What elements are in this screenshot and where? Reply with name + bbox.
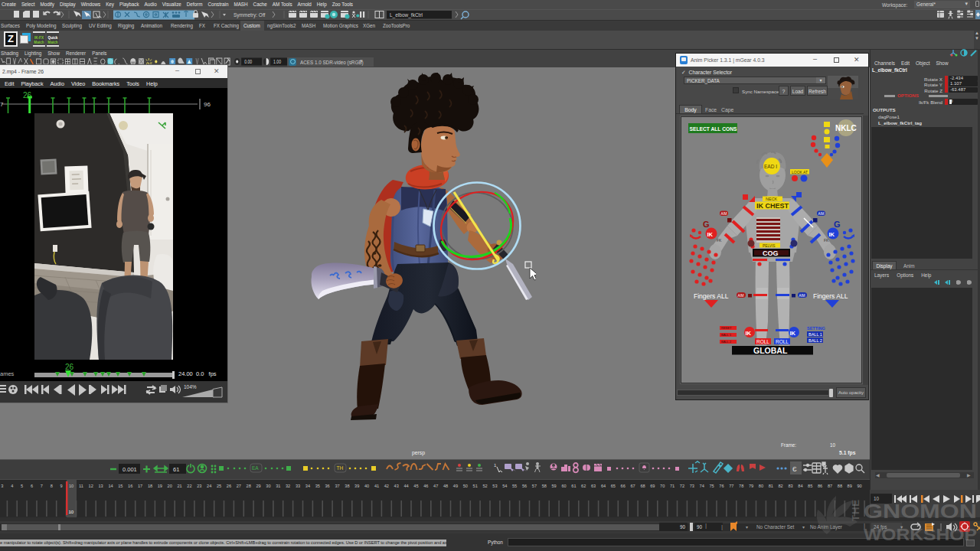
svg-text:70: 70 (660, 484, 665, 488)
svg-text:Fingers ALL: Fingers ALL (813, 292, 848, 300)
svg-text:FK: FK (824, 238, 829, 243)
svg-text:29: 29 (256, 484, 260, 488)
svg-text:AIM: AIM (799, 294, 805, 298)
svg-text:82: 82 (778, 484, 782, 488)
svg-text:89: 89 (848, 484, 852, 488)
svg-text:IK CHEST: IK CHEST (756, 202, 789, 210)
svg-text:TH: TH (337, 465, 344, 471)
svg-text:3: 3 (1, 484, 3, 488)
svg-text:65: 65 (611, 484, 616, 488)
svg-text:49: 49 (453, 484, 458, 488)
svg-text:32: 32 (286, 484, 290, 488)
svg-text:12: 12 (89, 484, 93, 488)
svg-text:BALL 2: BALL 2 (808, 338, 822, 343)
svg-text:FK: FK (717, 238, 722, 243)
svg-text:45: 45 (413, 484, 418, 488)
svg-text:14: 14 (108, 484, 113, 488)
svg-text:77: 77 (729, 484, 733, 488)
svg-text:42: 42 (384, 484, 389, 488)
svg-text:15: 15 (118, 484, 122, 488)
svg-text:0.001: 0.001 (122, 466, 137, 473)
svg-text:COG: COG (763, 249, 779, 257)
svg-text:80: 80 (759, 484, 763, 488)
svg-text:47: 47 (433, 484, 438, 488)
svg-text:59: 59 (551, 484, 556, 488)
svg-text:84: 84 (798, 484, 802, 488)
svg-text:61: 61 (173, 466, 179, 473)
svg-text:BALL 1: BALL 1 (721, 333, 732, 337)
svg-text:ROLL: ROLL (756, 339, 769, 344)
svg-text:8: 8 (51, 484, 53, 488)
svg-text:67: 67 (630, 484, 635, 488)
svg-text:16: 16 (128, 484, 132, 488)
svg-text:10: 10 (69, 484, 74, 488)
svg-text:23: 23 (197, 484, 201, 488)
svg-text:G: G (703, 220, 710, 229)
svg-text:22: 22 (187, 484, 191, 488)
svg-text:GNOMON: GNOMON (864, 500, 977, 522)
svg-text:BALL 2: BALL 2 (721, 340, 732, 344)
svg-text:36: 36 (325, 484, 329, 488)
svg-text:30: 30 (266, 484, 270, 488)
svg-text:є: є (792, 464, 797, 473)
svg-text:34: 34 (305, 484, 310, 488)
svg-text:11: 11 (79, 484, 83, 488)
svg-text:9: 9 (60, 484, 63, 488)
svg-text:90: 90 (857, 484, 861, 488)
svg-text:81: 81 (769, 484, 773, 488)
svg-text:EA: EA (252, 465, 259, 471)
svg-text:60: 60 (561, 484, 566, 488)
svg-text:31: 31 (276, 484, 280, 488)
svg-text:68: 68 (640, 484, 645, 488)
svg-text:58: 58 (542, 484, 547, 488)
svg-text:53: 53 (492, 484, 497, 488)
svg-text:NECK: NECK (766, 197, 778, 201)
svg-text:WORKSHOP: WORKSHOP (864, 525, 977, 544)
svg-text:24.00 0.0 fps: 24.00 0.0 fps (178, 370, 217, 377)
svg-text:7: 7 (0, 101, 4, 108)
svg-text:THE: THE (850, 499, 861, 521)
svg-text:104%: 104% (184, 384, 197, 390)
svg-text:86: 86 (818, 484, 822, 488)
svg-text:G: G (834, 220, 841, 229)
svg-text:88: 88 (838, 484, 842, 488)
svg-text:55: 55 (512, 484, 517, 488)
svg-text:ROLL: ROLL (776, 339, 789, 344)
svg-text:IK: IK (746, 330, 752, 337)
svg-text:EAD I: EAD I (764, 164, 777, 169)
svg-text:18: 18 (148, 484, 152, 488)
svg-text:71: 71 (670, 484, 675, 488)
svg-text:44: 44 (403, 484, 408, 488)
svg-text:26: 26 (65, 363, 74, 371)
svg-text:87: 87 (828, 484, 832, 488)
svg-text:7: 7 (41, 484, 43, 488)
svg-text:24: 24 (207, 484, 211, 488)
svg-text:13: 13 (98, 484, 103, 488)
svg-text:AIM: AIM (738, 294, 744, 298)
svg-text:40: 40 (364, 484, 369, 488)
svg-text:63: 63 (591, 484, 596, 488)
svg-text:38: 38 (345, 484, 349, 488)
svg-text:37: 37 (335, 484, 339, 488)
svg-text:51: 51 (473, 484, 478, 488)
svg-text:AIM: AIM (818, 212, 825, 216)
svg-text:41: 41 (374, 484, 379, 488)
svg-text:50: 50 (463, 484, 468, 488)
svg-text:26: 26 (227, 484, 231, 488)
svg-text:85: 85 (808, 484, 812, 488)
svg-text:SELECT ALL CONS: SELECT ALL CONS (690, 126, 737, 132)
svg-text:28: 28 (247, 484, 251, 488)
svg-text:4: 4 (11, 484, 13, 488)
svg-text:73: 73 (690, 484, 694, 488)
svg-text:Symmetry: Off: Symmetry: Off (234, 12, 266, 18)
svg-text:72: 72 (680, 484, 684, 488)
svg-text:74: 74 (700, 484, 704, 488)
svg-text:Fingers ALL: Fingers ALL (694, 292, 729, 300)
svg-text:25: 25 (217, 484, 221, 488)
svg-text:54: 54 (502, 484, 507, 488)
svg-text:76: 76 (719, 484, 724, 488)
svg-text:78: 78 (739, 484, 743, 488)
svg-text:35: 35 (315, 484, 320, 488)
svg-text:0.00: 0.00 (244, 59, 253, 64)
svg-text:69: 69 (650, 484, 655, 488)
